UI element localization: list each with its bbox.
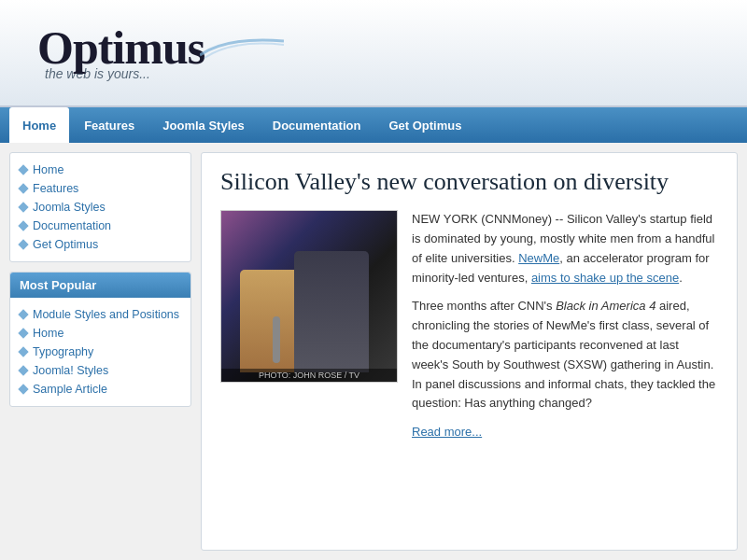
diamond-icon <box>18 346 28 357</box>
article-paragraph-2: Three months after CNN's Black in Americ… <box>412 297 718 413</box>
image-caption: PHOTO: JOHN ROSE / TV <box>221 369 397 382</box>
sidebar-link-module-styles[interactable]: Module Styles and Positions <box>20 305 181 324</box>
logo-area: Optimus the web is yours... <box>37 24 204 81</box>
nav-item-documentation[interactable]: Documentation <box>260 107 374 143</box>
nav-item-get-optimus[interactable]: Get Optimus <box>375 107 474 143</box>
diamond-icon <box>18 164 28 175</box>
logo-text: Optimus <box>37 24 204 71</box>
diamond-icon <box>18 365 28 375</box>
content-area: Silicon Valley's new conversation on div… <box>201 152 738 551</box>
sidebar: Home Features Joomla Styles Documentatio… <box>9 152 191 551</box>
header: Optimus the web is yours... <box>0 0 747 107</box>
read-more-link[interactable]: Read more... <box>412 425 482 439</box>
sidebar-link-sample-article[interactable]: Sample Article <box>20 380 181 399</box>
nav-item-home[interactable]: Home <box>9 107 69 143</box>
article-image: PHOTO: JOHN ROSE / TV <box>220 210 398 383</box>
article-body: PHOTO: JOHN ROSE / TV NEW YORK (CNNMoney… <box>220 210 718 442</box>
shake-up-link[interactable]: aims to shake up the scene <box>531 271 679 285</box>
diamond-icon <box>18 309 28 319</box>
sidebar-link-joomla-styles-pop[interactable]: Joomla! Styles <box>20 361 181 380</box>
sidebar-link-joomla-styles[interactable]: Joomla Styles <box>20 198 181 217</box>
diamond-icon <box>18 239 28 249</box>
figure-right <box>294 251 369 372</box>
logo-swoosh-icon <box>200 32 284 60</box>
diamond-icon <box>18 220 28 231</box>
sidebar-main-nav-content: Home Features Joomla Styles Documentatio… <box>10 153 190 261</box>
sidebar-link-documentation[interactable]: Documentation <box>20 217 181 235</box>
diamond-icon <box>18 328 28 338</box>
article-paragraph-1: NEW YORK (CNNMoney) -- Silicon Valley's … <box>412 210 718 287</box>
sidebar-most-popular: Most Popular Module Styles and Positions… <box>9 272 191 407</box>
newme-link[interactable]: NewMe <box>518 251 559 265</box>
diamond-icon <box>18 202 28 212</box>
nav-item-features[interactable]: Features <box>71 107 148 143</box>
nav-item-joomla-styles[interactable]: Joomla Styles <box>149 107 257 143</box>
diamond-icon <box>18 183 28 193</box>
article-text: NEW YORK (CNNMoney) -- Silicon Valley's … <box>412 210 718 442</box>
sidebar-link-get-optimus[interactable]: Get Optimus <box>20 235 181 254</box>
sidebar-link-home[interactable]: Home <box>20 161 181 179</box>
most-popular-content: Module Styles and Positions Home Typogra… <box>10 298 190 406</box>
sidebar-link-features[interactable]: Features <box>20 179 181 198</box>
most-popular-header: Most Popular <box>10 273 190 298</box>
diamond-icon <box>18 384 28 394</box>
sidebar-link-popular-home[interactable]: Home <box>20 324 181 343</box>
main-layout: Home Features Joomla Styles Documentatio… <box>0 143 747 560</box>
microphone-icon <box>273 316 280 363</box>
navbar: Home Features Joomla Styles Documentatio… <box>0 107 747 143</box>
show-title: Black in America 4 <box>556 299 655 313</box>
article-title: Silicon Valley's new conversation on div… <box>220 167 718 196</box>
sidebar-main-nav: Home Features Joomla Styles Documentatio… <box>9 152 191 262</box>
sidebar-link-typography[interactable]: Typography <box>20 343 181 361</box>
